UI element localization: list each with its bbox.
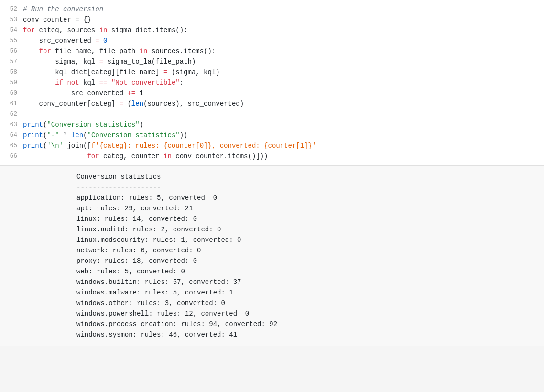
code-line: 55 src_converted = 0 [0,35,544,46]
line-number: 55 [0,35,23,46]
token: 0 [103,37,107,44]
token: if [55,79,63,87]
code-content: # Run the conversion [23,4,544,14]
code-content: src_converted += 1 [23,88,544,98]
code-content: for file_name, file_path in sources.item… [23,46,544,56]
output-line: windows.other: rules: 3, converted: 0 [76,298,544,308]
token: = [99,58,103,65]
output-line: proxy: rules: 18, converted: 0 [76,256,544,266]
output-line: windows.powershell: rules: 12, converted… [76,308,544,319]
token: : [180,79,184,87]
token: conv_counter[categ] [23,100,120,108]
output-line: linux: rules: 14, converted: 0 [76,214,544,224]
output-line: linux.auditd: rules: 2, converted: 0 [76,224,544,235]
token: len [131,100,143,108]
output-line: windows.malware: rules: 5, converted: 1 [76,287,544,298]
token: src_converted [23,89,127,97]
token: in [99,26,108,34]
code-line: 62 [0,109,544,120]
token: )) [180,131,188,139]
output-line: apt: rules: 29, converted: 21 [76,203,544,214]
token: kql_dict[categ][file_name] [23,68,163,76]
code-line: 56 for file_name, file_path in sources.i… [0,46,544,56]
code-content: for categ, sources in sigma_dict.items()… [23,25,544,35]
code-content: src_converted = 0 [23,35,544,46]
token: sources.items(): [147,47,216,55]
editor-area: 52# Run the conversion53conv_counter = {… [0,0,544,346]
token [99,37,103,44]
line-number: 53 [0,14,23,25]
token: "Not convertible" [111,79,180,87]
token: # Run the conversion [23,5,103,13]
output-line: linux.modsecurity: rules: 1, converted: … [76,235,544,245]
token: in [163,152,172,160]
token: conv_counter.items()])) [172,152,268,160]
code-line: 60 src_converted += 1 [0,88,544,98]
token: "Conversion statistics" [87,131,179,139]
token [23,152,87,160]
line-number: 52 [0,4,23,14]
code-line: 65print('\n'.join([f'{categ}: rules: {co… [0,141,544,151]
token: not [67,79,79,87]
output-line: --------------------- [76,182,544,193]
output-section: Conversion statistics-------------------… [0,166,544,346]
token: (sources), src_converted) [143,100,244,108]
line-number: 60 [0,88,23,98]
output-line: windows.process_creation: rules: 94, con… [76,319,544,329]
code-content: conv_counter = {} [23,14,544,25]
token: categ, counter [99,152,163,160]
code-content: for categ, counter in conv_counter.items… [23,151,544,162]
token: print [23,131,43,139]
line-number: 56 [0,46,23,56]
token: "Conversion statistics" [47,121,139,129]
token: "-" [47,131,59,139]
line-number: 63 [0,120,23,130]
token: sigma_dict.items(): [107,26,187,34]
token: f'{categ}: rules: {counter[0]}, converte… [91,142,316,150]
code-line: 61 conv_counter[categ] = (len(sources), … [0,98,544,109]
line-number: 59 [0,77,23,88]
code-line: 66 for categ, counter in conv_counter.it… [0,151,544,162]
output-line: windows.sysmon: rules: 46, converted: 41 [76,329,544,340]
output-line: windows.builtin: rules: 57, converted: 3… [76,277,544,287]
token: == [99,79,108,87]
token: * [59,131,71,139]
token: += [127,89,135,97]
code-content: if not kql == "Not convertible": [23,77,544,88]
token: (sigma, kql) [167,68,219,76]
token [107,79,111,87]
token: '\n' [47,142,63,150]
token: for [23,26,35,34]
token [23,47,39,55]
code-content: print("Conversion statistics") [23,120,544,130]
token: conv_counter = {} [23,16,91,23]
code-line: 63print("Conversion statistics") [0,120,544,130]
code-line: 57 sigma, kql = sigma_to_la(file_path) [0,56,544,67]
line-number: 58 [0,67,23,77]
token: ( [123,100,131,108]
token: src_converted [23,37,95,44]
code-line: 53conv_counter = {} [0,14,544,25]
token: for [39,47,51,55]
token: for [87,152,99,160]
token: = [95,37,99,44]
token: .join([ [63,142,91,150]
line-number: 66 [0,151,23,162]
output-line: application: rules: 5, converted: 0 [76,193,544,203]
token: categ, sources [35,26,99,34]
token: file_name, file_path [51,47,140,55]
line-number: 61 [0,98,23,109]
line-number: 62 [0,109,23,120]
output-line: network: rules: 6, converted: 0 [76,245,544,256]
code-content: print("-" * len("Conversion statistics")… [23,130,544,141]
code-content: sigma, kql = sigma_to_la(file_path) [23,56,544,67]
code-section: 52# Run the conversion53conv_counter = {… [0,0,544,166]
output-line: web: rules: 5, converted: 0 [76,266,544,277]
code-line: 59 if not kql == "Not convertible": [0,77,544,88]
token: sigma, kql [23,58,99,65]
code-line: 54for categ, sources in sigma_dict.items… [0,25,544,35]
output-line: Conversion statistics [76,172,544,182]
token: len [71,131,83,139]
code-content: conv_counter[categ] = (len(sources), src… [23,98,544,109]
token: print [23,121,43,129]
